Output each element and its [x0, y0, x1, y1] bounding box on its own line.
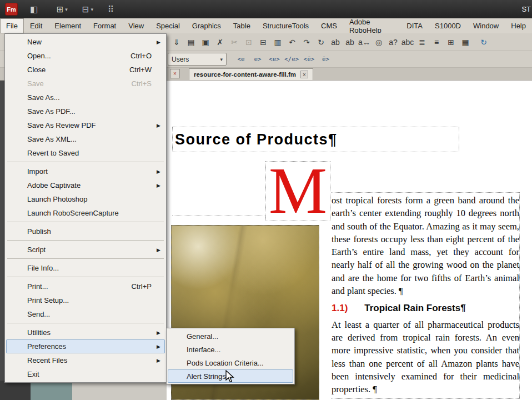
- body-text-frame[interactable]: ost tropical forests form a green band a…: [332, 192, 520, 399]
- find-icon[interactable]: a?: [387, 36, 400, 49]
- menubar-item[interactable]: Adobe RoboHelp: [343, 18, 400, 33]
- file-menu-item[interactable]: Save Ctrl+S ▶: [6, 77, 165, 91]
- find-change-icon[interactable]: ab: [329, 36, 342, 49]
- menu-item-shortcut: Ctrl+S: [132, 79, 152, 88]
- titlebar-icon-glyph: ◧: [30, 4, 38, 14]
- preferences-submenu-item[interactable]: General...: [168, 329, 293, 343]
- submenu-arrow-icon: ▶: [157, 344, 160, 349]
- title-text-frame[interactable]: Source of Products¶: [172, 127, 459, 152]
- element-next-icon[interactable]: e>: [251, 53, 264, 66]
- file-menu-item[interactable]: Recent Files ▶: [6, 353, 165, 367]
- menubar-item[interactable]: Graphics: [186, 18, 227, 33]
- titlebar-right-text: ST: [521, 0, 532, 18]
- structure-view-icon[interactable]: ⠿ ▾: [108, 4, 118, 14]
- element-unwrap-icon[interactable]: </e>: [284, 53, 299, 66]
- file-menu-item[interactable]: Send... ▶: [6, 307, 165, 321]
- import-icon[interactable]: ⇓: [170, 36, 183, 49]
- print-icon[interactable]: ▤: [184, 36, 198, 49]
- menu-item-label: Preferences: [27, 342, 66, 351]
- file-menu-item[interactable]: Adobe Captivate ▶: [6, 178, 165, 192]
- file-menu-item[interactable]: Save As PDF... ▶: [6, 104, 165, 118]
- file-menu-item[interactable]: Script ▶: [6, 243, 165, 257]
- text-frame-edge: [172, 216, 265, 216]
- users-dropdown[interactable]: Users ▾: [168, 53, 227, 66]
- menubar-item[interactable]: Edit: [24, 18, 48, 33]
- file-menu-item[interactable]: Revert to Saved ▶: [6, 146, 165, 160]
- tab-close-icon[interactable]: ×: [300, 71, 308, 78]
- menu-item-label: Exit: [27, 370, 39, 378]
- spelling-icon[interactable]: ab: [343, 36, 357, 49]
- file-menu-item[interactable]: Launch RoboScreenCapture ▶: [6, 206, 165, 220]
- menu-item-label: Save As XML...: [27, 135, 77, 143]
- file-menu-item[interactable]: Utilities ▶: [6, 326, 165, 339]
- thesaurus-icon[interactable]: abc: [401, 36, 414, 49]
- menubar-item[interactable]: Special: [150, 18, 186, 33]
- chevron-down-icon: ▾: [220, 57, 223, 62]
- menubar-item[interactable]: Help: [505, 18, 532, 33]
- menubar-item[interactable]: S1000D: [429, 18, 467, 33]
- file-menu-item[interactable]: Save As XML... ▶: [6, 132, 165, 146]
- document-tab[interactable]: resource-for-content-aware-fill.fm ×: [189, 68, 313, 80]
- delete-icon[interactable]: ✗: [213, 36, 227, 49]
- layout-columns-icon[interactable]: ⊟ ▾: [82, 4, 93, 14]
- file-menu-item[interactable]: Print... Ctrl+P ▶: [6, 279, 165, 293]
- element-tool-icons: <ee><e></e><ē>ē>: [234, 53, 333, 66]
- file-menu-item[interactable]: Close Ctrl+W ▶: [6, 63, 165, 77]
- table-icon[interactable]: ⊞: [444, 36, 458, 49]
- menu-item-label: Close: [27, 66, 46, 74]
- file-menu-item[interactable]: Open... Ctrl+O ▶: [6, 49, 165, 63]
- file-menu-item[interactable]: Print Setup... ▶: [6, 293, 165, 307]
- zoom-icon[interactable]: ◎: [372, 36, 385, 49]
- element-wrap-icon[interactable]: <e>: [268, 53, 281, 66]
- paste-icon[interactable]: ⊟: [257, 36, 270, 49]
- menubar-item[interactable]: Element: [48, 18, 87, 33]
- preferences-submenu-item[interactable]: Interface...: [168, 343, 293, 356]
- redo-icon[interactable]: ↷: [300, 36, 313, 49]
- line-spacing-icon[interactable]: ≡: [430, 36, 443, 49]
- element-prev-icon[interactable]: <e: [234, 53, 248, 66]
- file-menu-item[interactable]: Import ▶: [6, 164, 165, 178]
- menu-item-label: Revert to Saved: [27, 149, 79, 157]
- undo-icon[interactable]: ↶: [285, 36, 299, 49]
- file-menu-item[interactable]: Save As Review PDF ▶: [6, 118, 165, 132]
- menu-item-label: Recent Files: [27, 356, 67, 364]
- window-preview-icon[interactable]: ◧ ▾: [30, 4, 42, 14]
- menubar-item[interactable]: View: [122, 18, 150, 33]
- menu-item-label: Adobe Captivate: [27, 181, 81, 189]
- grid-icon[interactable]: ▦: [459, 36, 472, 49]
- copy-icon[interactable]: ⊡: [242, 36, 255, 49]
- menubar-item[interactable]: Format: [87, 18, 122, 33]
- file-menu-item[interactable]: Preferences ▶: [6, 339, 165, 353]
- file-menu-item[interactable]: Publish ▶: [6, 224, 165, 238]
- character-designer-icon[interactable]: a↔: [358, 36, 371, 49]
- refresh-icon[interactable]: ↻: [477, 36, 490, 49]
- close-document-icon[interactable]: ×: [170, 69, 180, 78]
- preferences-submenu-item[interactable]: Pods Location Criteria...: [168, 356, 293, 369]
- menubar-item[interactable]: DITA: [400, 18, 429, 33]
- element-merge-icon[interactable]: ē>: [319, 53, 333, 66]
- dropcap-frame[interactable]: M: [265, 161, 330, 221]
- menubar-item[interactable]: File: [0, 18, 24, 33]
- menubar-item[interactable]: Table: [227, 18, 257, 33]
- lock-icon[interactable]: ▣: [199, 36, 212, 49]
- file-menu-item[interactable]: New ▶: [6, 35, 165, 49]
- menubar-item[interactable]: CMS: [315, 18, 343, 33]
- history-icon[interactable]: ↻: [314, 36, 328, 49]
- submenu-item-label: Interface...: [187, 346, 220, 354]
- file-menu-item[interactable]: Launch Photoshop ▶: [6, 192, 165, 206]
- clipboard-icon[interactable]: ▥: [271, 36, 284, 49]
- element-change-icon[interactable]: <ē>: [303, 53, 316, 66]
- file-menu-item[interactable]: Save As... ▶: [6, 91, 165, 104]
- cut-icon[interactable]: ✂: [228, 36, 241, 49]
- align-top-icon[interactable]: ≣: [415, 36, 429, 49]
- workspace-grid-icon[interactable]: ⊞ ▾: [57, 4, 68, 14]
- users-dropdown-label: Users: [172, 56, 189, 63]
- submenu-item-label: Alert Strings...: [187, 372, 232, 381]
- menubar-item[interactable]: StructureTools: [257, 18, 315, 33]
- preferences-submenu-item[interactable]: Alert Strings...: [168, 369, 293, 383]
- framemaker-logo-icon: Fm: [5, 3, 18, 16]
- file-menu-item[interactable]: File Info... ▶: [6, 261, 165, 275]
- file-menu-item[interactable]: Exit ▶: [6, 367, 165, 381]
- titlebar-icon-glyph: ⊞: [57, 4, 64, 14]
- menubar-item[interactable]: Window: [467, 18, 505, 33]
